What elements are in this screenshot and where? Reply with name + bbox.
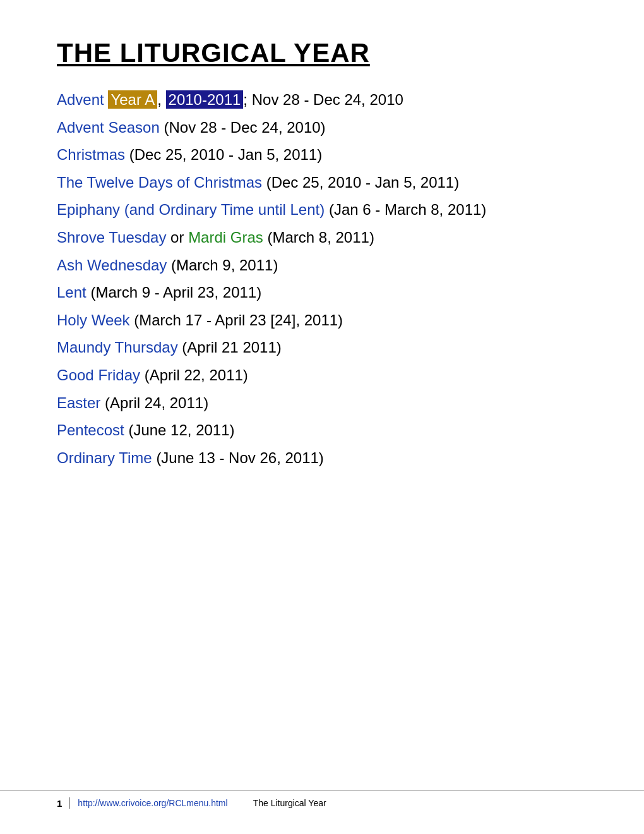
advent-season-link[interactable]: Advent Season xyxy=(57,119,160,136)
ordinary-time-dates: (June 13 - Nov 26, 2011) xyxy=(156,449,324,466)
pentecost-link[interactable]: Pentecost xyxy=(57,421,124,438)
list-item: Ordinary Time (June 13 - Nov 26, 2011) xyxy=(57,445,587,471)
list-item: Epiphany (and Ordinary Time until Lent) … xyxy=(57,197,587,222)
epiphany-link[interactable]: Epiphany (and Ordinary Time until Lent) xyxy=(57,201,325,218)
list-item: Easter (April 24, 2011) xyxy=(57,390,587,416)
ash-wednesday-dates: (March 9, 2011) xyxy=(171,257,278,274)
mardi-gras-link[interactable]: Mardi Gras xyxy=(188,229,263,246)
advent-year-link[interactable]: Advent xyxy=(57,91,104,108)
list-item: Ash Wednesday (March 9, 2011) xyxy=(57,253,587,278)
pentecost-dates: (June 12, 2011) xyxy=(128,421,234,438)
page-footer: 1 http://www.crivoice.org/RCLmenu.html T… xyxy=(0,790,644,815)
christmas-link[interactable]: Christmas xyxy=(57,146,125,163)
list-item: Pentecost (June 12, 2011) xyxy=(57,418,587,443)
twelve-days-dates: (Dec 25, 2010 - Jan 5, 2011) xyxy=(266,174,460,191)
ash-wednesday-link[interactable]: Ash Wednesday xyxy=(57,257,167,274)
maundy-thursday-dates: (April 21 2011) xyxy=(182,339,281,356)
lent-dates: (March 9 - April 23, 2011) xyxy=(90,284,261,301)
epiphany-dates: (Jan 6 - March 8, 2011) xyxy=(329,201,486,218)
footer-page-number: 1 xyxy=(57,798,62,809)
easter-dates: (April 24, 2011) xyxy=(105,394,208,411)
footer-document-title: The Liturgical Year xyxy=(253,798,326,808)
list-item: Advent Season (Nov 28 - Dec 24, 2010) xyxy=(57,115,587,140)
footer-url-link[interactable]: http://www.crivoice.org/RCLmenu.html xyxy=(78,798,227,808)
plain-text: , xyxy=(157,91,165,108)
advent-season-dates: (Nov 28 - Dec 24, 2010) xyxy=(164,119,325,136)
list-item: The Twelve Days of Christmas (Dec 25, 20… xyxy=(57,170,587,195)
ordinary-time-link[interactable]: Ordinary Time xyxy=(57,449,152,466)
footer-divider xyxy=(69,797,70,809)
easter-link[interactable]: Easter xyxy=(57,394,100,411)
shrove-dates: (March 8, 2011) xyxy=(267,229,374,246)
twelve-days-link[interactable]: The Twelve Days of Christmas xyxy=(57,174,262,191)
good-friday-link[interactable]: Good Friday xyxy=(57,366,140,384)
list-item: Holy Week (March 17 - April 23 [24], 201… xyxy=(57,308,587,333)
list-item: Lent (March 9 - April 23, 2011) xyxy=(57,280,587,305)
shrove-tuesday-link[interactable]: Shrove Tuesday xyxy=(57,229,166,246)
year-a-badge: Year A xyxy=(108,90,157,109)
holy-week-dates: (March 17 - April 23 [24], 2011) xyxy=(134,311,343,329)
page-title: THE LITURGICAL YEAR xyxy=(57,38,587,68)
list-item: Maundy Thursday (April 21 2011) xyxy=(57,335,587,360)
or-connector: or xyxy=(170,229,188,246)
list-item: Good Friday (April 22, 2011) xyxy=(57,363,587,388)
holy-week-link[interactable]: Holy Week xyxy=(57,311,130,329)
list-item: Christmas (Dec 25, 2010 - Jan 5, 2011) xyxy=(57,142,587,167)
list-item: Advent Year A, 2010-2011; Nov 28 - Dec 2… xyxy=(57,87,587,112)
liturgical-year-list: Advent Year A, 2010-2011; Nov 28 - Dec 2… xyxy=(57,87,587,470)
lent-link[interactable]: Lent xyxy=(57,284,86,301)
maundy-thursday-link[interactable]: Maundy Thursday xyxy=(57,339,178,356)
advent-date-text: ; Nov 28 - Dec 24, 2010 xyxy=(243,91,403,108)
list-item: Shrove Tuesday or Mardi Gras (March 8, 2… xyxy=(57,225,587,250)
good-friday-dates: (April 22, 2011) xyxy=(145,366,248,384)
year-range-badge: 2010-2011 xyxy=(166,90,244,109)
christmas-dates: (Dec 25, 2010 - Jan 5, 2011) xyxy=(129,146,323,163)
